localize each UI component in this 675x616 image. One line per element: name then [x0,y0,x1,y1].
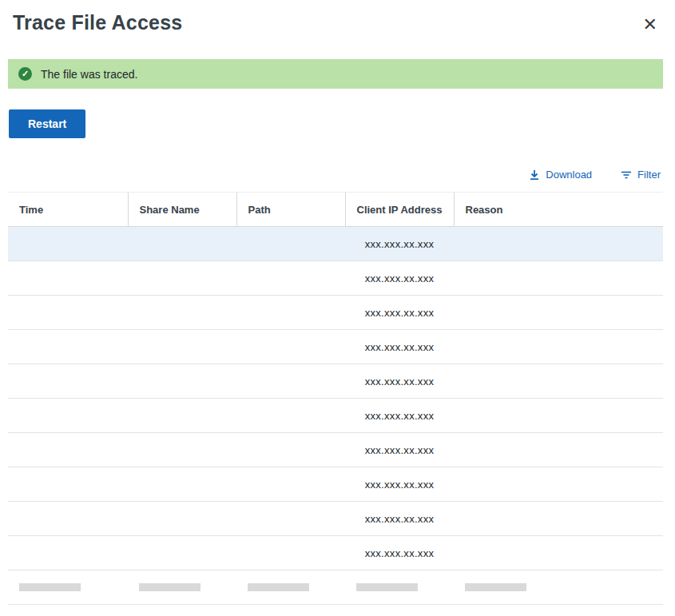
table-row[interactable]: xxx.xxx.xx.xxx [8,330,663,364]
download-icon [529,169,540,181]
cell-time [8,296,128,330]
cell-client-ip: xxx.xxx.xx.xxx [345,536,454,570]
loading-cell-client-ip [345,570,454,605]
column-header-reason: Reason [454,193,663,227]
cell-time [8,502,128,536]
cell-share-name [128,261,236,296]
cell-time [8,330,128,364]
page-title: Trace File Access [13,11,182,34]
cell-share-name [128,502,236,536]
cell-path [236,364,345,399]
table-row[interactable]: xxx.xxx.xx.xxx [8,399,663,433]
table-row[interactable]: xxx.xxx.xx.xxx [8,261,663,296]
cell-reason [454,433,663,467]
cell-path [236,330,345,364]
trace-results-table: Time Share Name Path Client IP Address R… [8,192,663,605]
cell-reason [454,296,663,330]
column-header-share-name: Share Name [128,193,236,227]
cell-reason [454,536,663,570]
dialog-header: Trace File Access ✕ [0,0,675,38]
success-banner: ✓ The file was traced. [8,59,663,89]
cell-share-name [128,536,236,570]
cell-share-name [128,227,236,261]
loading-cell-share-name [128,570,236,605]
cell-path [236,296,345,330]
cell-share-name [128,433,236,467]
filter-label: Filter [637,169,661,181]
skeleton-bar [139,583,201,591]
cell-reason [454,399,663,433]
filter-icon [621,170,632,180]
skeleton-bar [248,583,309,591]
table-row[interactable]: xxx.xxx.xx.xxx [8,502,663,536]
cell-client-ip: xxx.xxx.xx.xxx [345,399,454,433]
cell-client-ip: xxx.xxx.xx.xxx [345,502,454,536]
cell-share-name [128,364,236,399]
cell-client-ip: xxx.xxx.xx.xxx [345,433,454,467]
cell-reason [454,364,663,399]
check-circle-icon: ✓ [18,67,32,81]
table-body: xxx.xxx.xx.xxx xxx.xxx.xx.xxx xxx.xxx.xx… [8,227,663,570]
cell-path [236,536,345,570]
cell-client-ip: xxx.xxx.xx.xxx [345,467,454,502]
cell-reason [454,227,663,261]
cell-share-name [128,296,236,330]
cell-path [236,502,345,536]
table-row[interactable]: xxx.xxx.xx.xxx [8,296,663,330]
cell-client-ip: xxx.xxx.xx.xxx [345,330,454,364]
cell-share-name [128,467,236,502]
column-header-client-ip: Client IP Address [345,193,454,227]
loading-body [8,570,663,605]
column-header-path: Path [236,193,345,227]
cell-reason [454,261,663,296]
cell-reason [454,502,663,536]
cell-client-ip: xxx.xxx.xx.xxx [345,364,454,399]
cell-path [236,433,345,467]
loading-cell-reason [454,570,663,605]
skeleton-bar [19,583,81,591]
cell-client-ip: xxx.xxx.xx.xxx [345,261,454,296]
banner-message: The file was traced. [41,68,137,81]
table-header: Time Share Name Path Client IP Address R… [8,193,663,227]
cell-reason [454,330,663,364]
cell-time [8,433,128,467]
cell-time [8,227,128,261]
cell-client-ip: xxx.xxx.xx.xxx [345,296,454,330]
cell-time [8,399,128,433]
cell-time [8,364,128,399]
table-toolbar: Download Filter [0,169,661,181]
cell-time [8,467,128,502]
cell-time [8,261,128,296]
cell-path [236,227,345,261]
download-button[interactable]: Download [529,169,592,181]
table-row[interactable]: xxx.xxx.xx.xxx [8,467,663,502]
skeleton-bar [356,583,418,591]
loading-cell-path [236,570,345,605]
cell-share-name [128,330,236,364]
skeleton-bar [465,583,526,591]
loading-cell-time [8,570,128,605]
cell-path [236,261,345,296]
cell-path [236,467,345,502]
loading-row [8,570,663,605]
cell-path [236,399,345,433]
table-row[interactable]: xxx.xxx.xx.xxx [8,433,663,467]
table-row[interactable]: xxx.xxx.xx.xxx [8,364,663,399]
restart-button[interactable]: Restart [9,109,85,138]
download-label: Download [546,169,592,181]
cell-time [8,536,128,570]
table-row[interactable]: xxx.xxx.xx.xxx [8,227,663,261]
close-icon[interactable]: ✕ [641,11,659,38]
cell-reason [454,467,663,502]
cell-client-ip: xxx.xxx.xx.xxx [345,227,454,261]
column-header-time: Time [8,193,128,227]
filter-button[interactable]: Filter [621,169,661,181]
table-row[interactable]: xxx.xxx.xx.xxx [8,536,663,570]
cell-share-name [128,399,236,433]
